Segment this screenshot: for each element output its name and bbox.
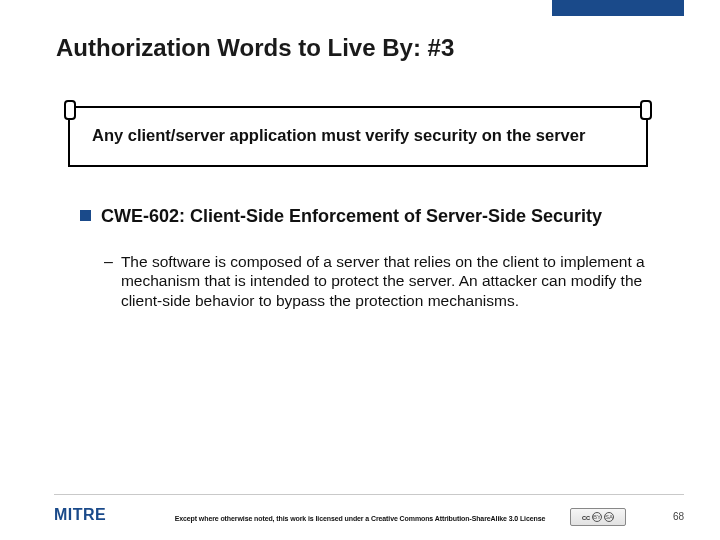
- sub-bullet-text: The software is composed of a server tha…: [121, 252, 655, 311]
- bullet-block: CWE-602: Client-Side Enforcement of Serv…: [80, 205, 655, 311]
- bullet-row: CWE-602: Client-Side Enforcement of Serv…: [80, 205, 655, 228]
- cc-label: cc: [582, 513, 590, 522]
- sub-bullet-row: – The software is composed of a server t…: [104, 252, 655, 311]
- cc-badge-icon: cc BY SA: [570, 508, 626, 526]
- slide: Authorization Words to Live By: #3 Any c…: [0, 0, 720, 540]
- scroll-right-cap-icon: [640, 100, 652, 120]
- footer-rule: [54, 494, 684, 495]
- accent-bar: [552, 0, 684, 16]
- cc-by-icon: BY: [592, 512, 602, 522]
- slide-title: Authorization Words to Live By: #3: [56, 34, 454, 62]
- scroll-text: Any client/server application must verif…: [68, 106, 648, 167]
- scroll-callout: Any client/server application must verif…: [68, 106, 648, 167]
- square-bullet-icon: [80, 210, 91, 221]
- page-number: 68: [673, 511, 684, 522]
- dash-bullet-icon: –: [104, 252, 113, 311]
- scroll-left-cap-icon: [64, 100, 76, 120]
- cc-sa-icon: SA: [604, 512, 614, 522]
- bullet-heading: CWE-602: Client-Side Enforcement of Serv…: [101, 205, 602, 228]
